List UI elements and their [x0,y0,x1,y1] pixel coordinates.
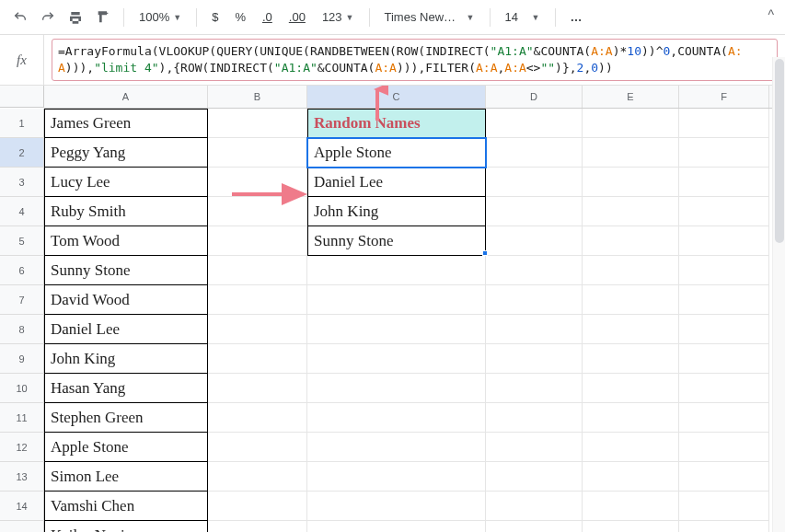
cell-A11[interactable]: Stephen Green [44,403,208,433]
percent-button[interactable]: % [229,10,251,24]
cell-B11[interactable] [208,403,307,433]
cell-E10[interactable] [583,374,679,403]
fontsize-dropdown[interactable]: 14▼ [500,10,546,24]
row-header[interactable]: 10 [0,374,44,403]
cell-D3[interactable] [486,168,583,197]
cell-A12[interactable]: Apple Stone [44,433,208,462]
cell-C11[interactable] [307,403,486,433]
cell-B14[interactable] [208,492,307,521]
column-header-F[interactable]: F [679,86,769,108]
cell-F7[interactable] [679,285,769,315]
cell-B12[interactable] [208,433,307,462]
cell-C13[interactable] [307,462,486,492]
column-header-E[interactable]: E [583,86,679,108]
cell-D11[interactable] [486,403,583,433]
cell-C1[interactable]: Random Names [307,109,486,138]
row-header[interactable]: 2 [0,138,44,168]
cell-B8[interactable] [208,315,307,344]
cell-C5[interactable]: Sunny Stone [307,226,486,256]
cell-C2[interactable]: Apple Stone [307,138,486,168]
paint-format-button[interactable] [92,6,114,29]
cell-E1[interactable] [583,109,679,138]
cell-F5[interactable] [679,226,769,256]
cell-D9[interactable] [486,344,583,374]
redo-button[interactable] [37,6,59,29]
row-header[interactable]: 5 [0,226,44,256]
dec-less-button[interactable]: .0 [257,10,278,24]
cell-C8[interactable] [307,315,486,344]
cell-D15[interactable] [486,521,583,532]
more-button[interactable]: … [565,10,590,24]
cell-D14[interactable] [486,492,583,521]
print-button[interactable] [64,6,87,29]
cell-A3[interactable]: Lucy Lee [44,168,208,197]
zoom-dropdown[interactable]: 100%▼ [133,10,187,24]
cell-F8[interactable] [679,315,769,344]
cell-F15[interactable] [679,521,769,532]
cell-B15[interactable] [208,521,307,532]
cell-D12[interactable] [486,433,583,462]
formula-input[interactable]: =ArrayFormula(VLOOKUP(QUERY(UNIQUE(RANDB… [52,39,778,81]
row-header[interactable]: 1 [0,109,44,138]
cell-E14[interactable] [583,492,679,521]
cell-B7[interactable] [208,285,307,315]
cell-A7[interactable]: David Wood [44,285,208,315]
column-header-A[interactable]: A [44,86,208,108]
font-dropdown[interactable]: Times New…▼ [379,10,480,24]
cell-C3[interactable]: Daniel Lee [307,168,486,197]
cell-F12[interactable] [679,433,769,462]
column-header-C[interactable]: C [307,86,486,108]
cell-F9[interactable] [679,344,769,374]
cell-B5[interactable] [208,226,307,256]
cell-D6[interactable] [486,256,583,285]
cell-D7[interactable] [486,285,583,315]
cell-A9[interactable]: John King [44,344,208,374]
cell-C9[interactable] [307,344,486,374]
cell-F14[interactable] [679,492,769,521]
cell-B2[interactable] [208,138,307,168]
select-all-corner[interactable] [0,86,44,108]
row-header[interactable]: 11 [0,403,44,433]
cell-A6[interactable]: Sunny Stone [44,256,208,285]
cell-E7[interactable] [583,285,679,315]
row-header[interactable]: 13 [0,462,44,492]
cell-D5[interactable] [486,226,583,256]
cell-B10[interactable] [208,374,307,403]
cell-B6[interactable] [208,256,307,285]
cell-F2[interactable] [679,138,769,168]
row-header[interactable]: 14 [0,492,44,521]
cell-A13[interactable]: Simon Lee [44,462,208,492]
vertical-scrollbar[interactable] [772,57,785,532]
cell-D1[interactable] [486,109,583,138]
cell-E3[interactable] [583,168,679,197]
cell-F10[interactable] [679,374,769,403]
cell-D2[interactable] [486,138,583,168]
column-header-B[interactable]: B [208,86,307,108]
cell-C15[interactable] [307,521,486,532]
cell-C4[interactable]: John King [307,197,486,226]
cell-A4[interactable]: Ruby Smith [44,197,208,226]
cell-F3[interactable] [679,168,769,197]
row-header[interactable]: 6 [0,256,44,285]
row-header[interactable]: 9 [0,344,44,374]
cell-E6[interactable] [583,256,679,285]
cell-A5[interactable]: Tom Wood [44,226,208,256]
cell-A8[interactable]: Daniel Lee [44,315,208,344]
cell-C10[interactable] [307,374,486,403]
cell-D4[interactable] [486,197,583,226]
cell-E8[interactable] [583,315,679,344]
cell-F1[interactable] [679,109,769,138]
cell-E13[interactable] [583,462,679,492]
cell-C6[interactable] [307,256,486,285]
cell-F6[interactable] [679,256,769,285]
dec-more-button[interactable]: .00 [283,10,311,24]
cell-E4[interactable] [583,197,679,226]
cell-B1[interactable] [208,109,307,138]
cell-C12[interactable] [307,433,486,462]
collapse-toolbar-button[interactable]: ^ [768,7,774,22]
cell-E12[interactable] [583,433,679,462]
cell-E2[interactable] [583,138,679,168]
cell-F4[interactable] [679,197,769,226]
row-header[interactable]: 15 [0,521,44,532]
cell-B13[interactable] [208,462,307,492]
